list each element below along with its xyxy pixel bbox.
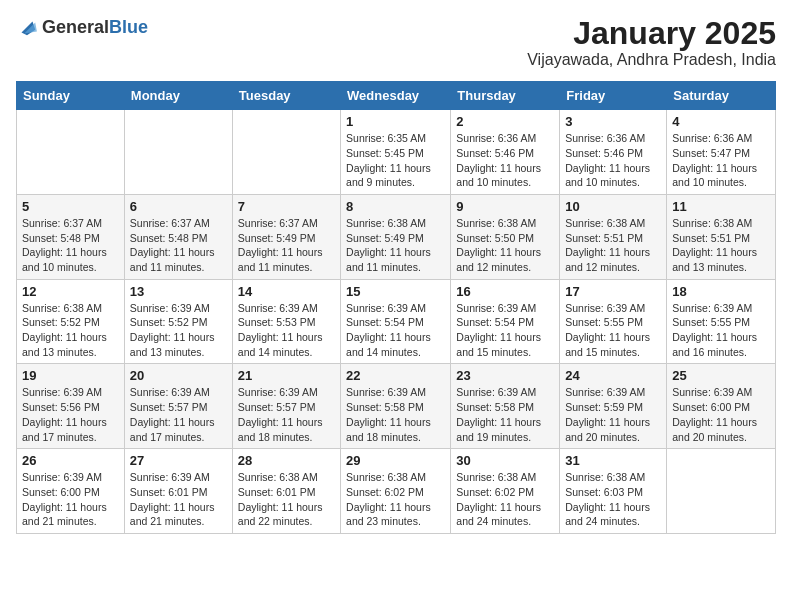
day-number: 31	[565, 453, 661, 468]
day-of-week-header: Thursday	[451, 82, 560, 110]
calendar-cell	[232, 110, 340, 195]
day-number: 24	[565, 368, 661, 383]
calendar-cell: 7Sunrise: 6:37 AMSunset: 5:49 PMDaylight…	[232, 194, 340, 279]
calendar-cell: 11Sunrise: 6:38 AMSunset: 5:51 PMDayligh…	[667, 194, 776, 279]
day-info: Sunrise: 6:39 AMSunset: 5:59 PMDaylight:…	[565, 385, 661, 444]
calendar-cell: 14Sunrise: 6:39 AMSunset: 5:53 PMDayligh…	[232, 279, 340, 364]
day-info: Sunrise: 6:37 AMSunset: 5:49 PMDaylight:…	[238, 216, 335, 275]
day-number: 27	[130, 453, 227, 468]
page-header: General Blue January 2025 Vijayawada, An…	[16, 16, 776, 69]
logo-icon	[16, 16, 38, 38]
day-number: 1	[346, 114, 445, 129]
day-number: 15	[346, 284, 445, 299]
day-of-week-header: Tuesday	[232, 82, 340, 110]
day-info: Sunrise: 6:39 AMSunset: 5:55 PMDaylight:…	[565, 301, 661, 360]
day-number: 5	[22, 199, 119, 214]
day-info: Sunrise: 6:38 AMSunset: 6:02 PMDaylight:…	[346, 470, 445, 529]
day-info: Sunrise: 6:39 AMSunset: 5:53 PMDaylight:…	[238, 301, 335, 360]
day-info: Sunrise: 6:38 AMSunset: 5:49 PMDaylight:…	[346, 216, 445, 275]
day-number: 11	[672, 199, 770, 214]
calendar-cell: 20Sunrise: 6:39 AMSunset: 5:57 PMDayligh…	[124, 364, 232, 449]
day-number: 30	[456, 453, 554, 468]
calendar-header-row: SundayMondayTuesdayWednesdayThursdayFrid…	[17, 82, 776, 110]
day-info: Sunrise: 6:39 AMSunset: 5:56 PMDaylight:…	[22, 385, 119, 444]
day-number: 19	[22, 368, 119, 383]
calendar-cell: 10Sunrise: 6:38 AMSunset: 5:51 PMDayligh…	[560, 194, 667, 279]
day-info: Sunrise: 6:38 AMSunset: 5:50 PMDaylight:…	[456, 216, 554, 275]
day-info: Sunrise: 6:37 AMSunset: 5:48 PMDaylight:…	[22, 216, 119, 275]
calendar-week-row: 19Sunrise: 6:39 AMSunset: 5:56 PMDayligh…	[17, 364, 776, 449]
day-number: 23	[456, 368, 554, 383]
day-number: 9	[456, 199, 554, 214]
calendar-cell: 25Sunrise: 6:39 AMSunset: 6:00 PMDayligh…	[667, 364, 776, 449]
calendar-cell: 9Sunrise: 6:38 AMSunset: 5:50 PMDaylight…	[451, 194, 560, 279]
calendar-cell: 15Sunrise: 6:39 AMSunset: 5:54 PMDayligh…	[341, 279, 451, 364]
day-info: Sunrise: 6:38 AMSunset: 5:51 PMDaylight:…	[672, 216, 770, 275]
logo-text-general: General	[42, 18, 109, 36]
day-of-week-header: Friday	[560, 82, 667, 110]
calendar-cell: 12Sunrise: 6:38 AMSunset: 5:52 PMDayligh…	[17, 279, 125, 364]
calendar-subtitle: Vijayawada, Andhra Pradesh, India	[527, 51, 776, 69]
day-of-week-header: Wednesday	[341, 82, 451, 110]
calendar-cell	[17, 110, 125, 195]
day-info: Sunrise: 6:36 AMSunset: 5:47 PMDaylight:…	[672, 131, 770, 190]
calendar-cell: 21Sunrise: 6:39 AMSunset: 5:57 PMDayligh…	[232, 364, 340, 449]
calendar-cell: 30Sunrise: 6:38 AMSunset: 6:02 PMDayligh…	[451, 449, 560, 534]
day-number: 28	[238, 453, 335, 468]
calendar-title: January 2025	[527, 16, 776, 51]
day-number: 2	[456, 114, 554, 129]
day-info: Sunrise: 6:37 AMSunset: 5:48 PMDaylight:…	[130, 216, 227, 275]
logo-text-blue: Blue	[109, 18, 148, 36]
calendar-cell: 6Sunrise: 6:37 AMSunset: 5:48 PMDaylight…	[124, 194, 232, 279]
day-number: 22	[346, 368, 445, 383]
day-info: Sunrise: 6:39 AMSunset: 6:01 PMDaylight:…	[130, 470, 227, 529]
calendar-cell	[124, 110, 232, 195]
calendar-cell: 18Sunrise: 6:39 AMSunset: 5:55 PMDayligh…	[667, 279, 776, 364]
calendar-cell: 19Sunrise: 6:39 AMSunset: 5:56 PMDayligh…	[17, 364, 125, 449]
calendar-cell: 13Sunrise: 6:39 AMSunset: 5:52 PMDayligh…	[124, 279, 232, 364]
calendar-week-row: 26Sunrise: 6:39 AMSunset: 6:00 PMDayligh…	[17, 449, 776, 534]
day-info: Sunrise: 6:39 AMSunset: 5:52 PMDaylight:…	[130, 301, 227, 360]
day-number: 18	[672, 284, 770, 299]
day-info: Sunrise: 6:39 AMSunset: 5:54 PMDaylight:…	[456, 301, 554, 360]
day-info: Sunrise: 6:39 AMSunset: 5:57 PMDaylight:…	[130, 385, 227, 444]
day-number: 13	[130, 284, 227, 299]
calendar-cell: 4Sunrise: 6:36 AMSunset: 5:47 PMDaylight…	[667, 110, 776, 195]
logo: General Blue	[16, 16, 148, 38]
calendar-cell: 26Sunrise: 6:39 AMSunset: 6:00 PMDayligh…	[17, 449, 125, 534]
day-number: 21	[238, 368, 335, 383]
day-number: 7	[238, 199, 335, 214]
calendar-cell: 31Sunrise: 6:38 AMSunset: 6:03 PMDayligh…	[560, 449, 667, 534]
day-number: 26	[22, 453, 119, 468]
day-info: Sunrise: 6:39 AMSunset: 5:57 PMDaylight:…	[238, 385, 335, 444]
day-number: 25	[672, 368, 770, 383]
calendar-cell: 2Sunrise: 6:36 AMSunset: 5:46 PMDaylight…	[451, 110, 560, 195]
day-number: 6	[130, 199, 227, 214]
calendar-cell: 1Sunrise: 6:35 AMSunset: 5:45 PMDaylight…	[341, 110, 451, 195]
day-info: Sunrise: 6:36 AMSunset: 5:46 PMDaylight:…	[565, 131, 661, 190]
day-number: 8	[346, 199, 445, 214]
calendar-cell: 17Sunrise: 6:39 AMSunset: 5:55 PMDayligh…	[560, 279, 667, 364]
calendar-cell: 24Sunrise: 6:39 AMSunset: 5:59 PMDayligh…	[560, 364, 667, 449]
day-of-week-header: Saturday	[667, 82, 776, 110]
day-of-week-header: Sunday	[17, 82, 125, 110]
day-info: Sunrise: 6:38 AMSunset: 5:52 PMDaylight:…	[22, 301, 119, 360]
day-of-week-header: Monday	[124, 82, 232, 110]
calendar-cell: 16Sunrise: 6:39 AMSunset: 5:54 PMDayligh…	[451, 279, 560, 364]
calendar-cell: 3Sunrise: 6:36 AMSunset: 5:46 PMDaylight…	[560, 110, 667, 195]
day-number: 12	[22, 284, 119, 299]
day-number: 10	[565, 199, 661, 214]
day-number: 4	[672, 114, 770, 129]
title-block: January 2025 Vijayawada, Andhra Pradesh,…	[527, 16, 776, 69]
day-info: Sunrise: 6:38 AMSunset: 6:02 PMDaylight:…	[456, 470, 554, 529]
calendar-cell: 28Sunrise: 6:38 AMSunset: 6:01 PMDayligh…	[232, 449, 340, 534]
calendar-table: SundayMondayTuesdayWednesdayThursdayFrid…	[16, 81, 776, 534]
day-info: Sunrise: 6:38 AMSunset: 5:51 PMDaylight:…	[565, 216, 661, 275]
day-info: Sunrise: 6:35 AMSunset: 5:45 PMDaylight:…	[346, 131, 445, 190]
day-number: 20	[130, 368, 227, 383]
day-info: Sunrise: 6:39 AMSunset: 5:58 PMDaylight:…	[456, 385, 554, 444]
calendar-cell: 29Sunrise: 6:38 AMSunset: 6:02 PMDayligh…	[341, 449, 451, 534]
day-info: Sunrise: 6:38 AMSunset: 6:03 PMDaylight:…	[565, 470, 661, 529]
calendar-week-row: 5Sunrise: 6:37 AMSunset: 5:48 PMDaylight…	[17, 194, 776, 279]
calendar-cell	[667, 449, 776, 534]
